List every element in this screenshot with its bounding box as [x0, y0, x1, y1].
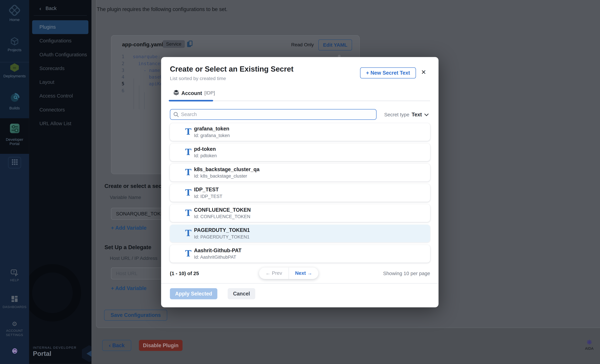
subnav-item-layout[interactable]: Layout [29, 75, 91, 89]
back-nav[interactable]: ‹ Back [29, 4, 91, 13]
disable-plugin-button[interactable]: Disable Plugin [139, 340, 182, 351]
apply-selected-button[interactable]: Apply Selected [170, 288, 217, 299]
line-number: 6 [114, 88, 124, 94]
subnav-item-configurations[interactable]: Configurations [29, 34, 91, 48]
cancel-button[interactable]: Cancel [228, 288, 255, 299]
sidebar-item-account-settings[interactable]: ⚙ ACCOUNT SETTINGS [0, 321, 29, 337]
rail-label: Deployments [0, 74, 29, 78]
layers-icon [173, 89, 179, 97]
text-secret-icon: T [184, 248, 192, 258]
secret-name: CONFLUENCE_TOKEN [194, 207, 251, 213]
secret-row-pd-token[interactable]: T pd-token Id: pdtoken [170, 143, 430, 161]
secret-row-aashrit-github-pat[interactable]: T Aashrit-Github-PAT Id: AashritGithubPA… [170, 245, 430, 262]
code-line: instances [138, 60, 163, 67]
sidebar-item-projects[interactable]: Projects [0, 36, 29, 52]
home-icon [8, 4, 21, 17]
cube-icon [9, 41, 19, 47]
text-secret-icon: T [184, 127, 192, 137]
footer-divider [161, 283, 439, 284]
secret-section-title: Create or select a secret [104, 183, 169, 189]
pagination-range: (1 - 10) of 25 [170, 271, 199, 276]
rail-bottom-section: ? HELP DASHBOARDS ⚙ ACCOUNT SETTINGS IA [0, 154, 29, 364]
avatar-initials: IA [12, 348, 17, 354]
text-secret-icon: T [184, 187, 192, 198]
secret-row-pagerduty-token1[interactable]: T PAGERDUTY_TOKEN1 Id: PAGERDUTY_TOKEN1 [170, 225, 430, 243]
secret-row-idp-test[interactable]: T IDP_TEST Id: IDP_TEST [170, 184, 430, 202]
back-nav-label: Back [46, 4, 57, 13]
indent-guide [139, 85, 139, 109]
subnav-item-oauth-configurations[interactable]: OAuth Configurations [29, 48, 91, 62]
rail-label: Home [0, 18, 29, 22]
subnav-item-connectors[interactable]: Connectors [29, 103, 91, 117]
subnav-menu: Plugins Configurations OAuth Configurati… [29, 20, 91, 131]
sidebar-item-deployments[interactable]: ∞ Deployments [0, 63, 29, 78]
close-icon[interactable]: ✕ [420, 68, 427, 76]
search-input[interactable] [181, 109, 372, 119]
secret-name: PAGERDUTY_TOKEN1 [194, 227, 250, 233]
sidebar-item-help[interactable]: ? HELP [0, 270, 29, 283]
back-button[interactable]: ‹Back [102, 340, 131, 351]
sidebar-item-dashboards[interactable]: DASHBOARDS [0, 296, 29, 309]
rail-label: Projects [0, 48, 29, 52]
dashboards-icon [11, 297, 18, 303]
edit-yaml-button[interactable]: Edit YAML [318, 39, 352, 50]
chevron-left-icon: ‹ [109, 342, 111, 348]
aida-widget[interactable]: ❋ AIDA [583, 339, 596, 351]
subnav-divider [34, 15, 87, 16]
new-secret-text-button[interactable]: + New Secret Text [360, 67, 416, 78]
subnav-item-scorecards[interactable]: Scorecards [29, 62, 91, 75]
hexagon-logo [82, 345, 92, 364]
code-line: apiKe [149, 81, 163, 88]
portal-watermark [29, 264, 81, 321]
delegate-section-title: Set Up a Delegate [104, 244, 151, 250]
prev-page-button[interactable]: ← Prev [259, 268, 289, 279]
aida-flower-icon: ❋ [583, 339, 596, 346]
secret-type-dropdown[interactable]: Secret type Text [384, 111, 428, 118]
module-rail: Home Projects ∞ Deployments Builds Devel… [0, 0, 29, 364]
plugin-subnav: ‹ Back Plugins Configurations OAuth Conf… [29, 0, 91, 364]
config-intro-text: The plugin requires the following config… [97, 6, 227, 12]
user-avatar[interactable]: IA [0, 347, 29, 355]
text-secret-icon: T [184, 208, 192, 218]
subnav-item-plugins[interactable]: Plugins [32, 20, 89, 34]
module-picker-button[interactable] [8, 157, 21, 168]
next-page-button[interactable]: Next → [289, 268, 319, 279]
sidebar-item-developer-portal[interactable]: Developer Portal [0, 118, 29, 154]
secret-row-grafana-token[interactable]: T grafana_token Id: grafana_token [170, 123, 430, 141]
secret-id: Id: IDP_TEST [194, 194, 222, 199]
host-url-label: Host URL / IP Address [110, 256, 158, 261]
add-variable-link-2[interactable]: + Add Variable [111, 285, 147, 291]
subnav-item-url-allow-list[interactable]: URL Allow List [29, 117, 91, 131]
secret-name: k8s_backstage_cluster_qa [194, 167, 260, 172]
app-viewport: Home Projects ∞ Deployments Builds Devel… [0, 0, 600, 364]
yaml-filename: app-config.yaml [122, 41, 163, 47]
secret-id: Id: AashritGithubPAT [194, 255, 236, 260]
secret-row-k8s-backstage-cluster-qa[interactable]: T k8s_backstage_cluster_qa Id: k8s_backs… [170, 164, 430, 181]
service-badge: Service [163, 40, 185, 48]
indent-guide [133, 79, 134, 109]
secret-list: T grafana_token Id: grafana_token T pd-t… [170, 123, 430, 265]
subnav-item-access-control[interactable]: Access Control [29, 89, 91, 103]
code-line: - name [143, 67, 160, 74]
sidebar-item-builds[interactable]: Builds [0, 93, 29, 110]
brand-line-bottom: Portal [33, 350, 76, 358]
text-secret-icon: T [184, 147, 192, 157]
rail-label: Developer Portal [0, 137, 29, 146]
secret-row-confluence-token[interactable]: T CONFLUENCE_TOKEN Id: CONFLUENCE_TOKEN [170, 204, 430, 222]
read-only-badge: Read Only [287, 40, 318, 49]
sidebar-item-home[interactable]: Home [0, 6, 29, 22]
add-variable-link[interactable]: + Add Variable [111, 225, 147, 231]
dialog-title: Create or Select an Existing Secret [170, 65, 294, 74]
save-configurations-button[interactable]: Save Configurations [104, 309, 167, 321]
text-secret-icon: T [184, 167, 192, 177]
per-page-indicator: Showing 10 per page [354, 271, 430, 276]
secret-id: Id: CONFLUENCE_TOKEN [194, 214, 250, 219]
copy-icon[interactable] [187, 40, 193, 47]
tab-account-idp[interactable]: Account [IDP] [173, 90, 215, 96]
line-number: 1 [114, 54, 124, 60]
aida-label: AIDA [583, 346, 596, 351]
secret-id: Id: pdtoken [194, 153, 217, 159]
search-icon [173, 112, 179, 119]
pagination-pill: ← Prev Next → [259, 268, 319, 279]
developer-portal-icon [9, 128, 20, 135]
